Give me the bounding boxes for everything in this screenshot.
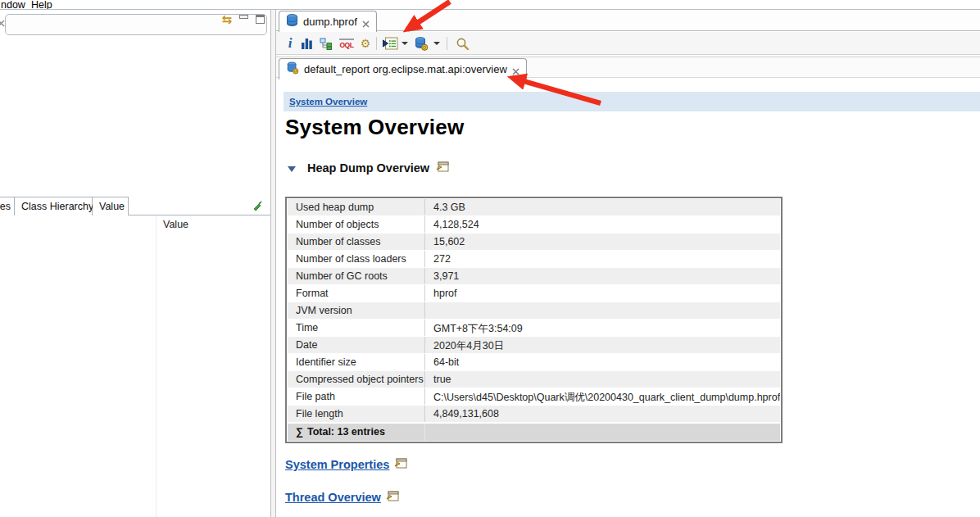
tab-value[interactable]: Value (93, 197, 129, 215)
page-title: System Overview (285, 115, 464, 140)
minimize-icon[interactable] (239, 15, 248, 19)
editor-tabbar: dump.hprof (276, 10, 980, 31)
sigma-icon: ∑ (296, 426, 303, 438)
table-row: Number of GC roots3,971 (288, 268, 780, 285)
histogram-icon[interactable] (298, 32, 315, 55)
link-with-editor-icon[interactable]: ⇆ (221, 13, 232, 25)
table-row: File length4,849,131,608 (288, 406, 780, 423)
table-row: Used heap dump4.3 GB (288, 199, 780, 216)
table-row: File pathC:\Users\d45\Desktop\Quark调优\20… (288, 388, 780, 406)
table-row: Number of class loaders272 (288, 251, 780, 268)
report-icon (286, 61, 299, 77)
value-column-header[interactable]: Value (163, 219, 188, 230)
section-title: Heap Dump Overview (307, 161, 429, 175)
editor-tab-label: dump.hprof (303, 16, 357, 28)
toolbar-separator (376, 37, 377, 50)
tab-default-report[interactable]: default_report org.eclipse.mat.api:overv… (279, 58, 527, 79)
toolbar-separator (447, 37, 447, 50)
panel-sash[interactable] (270, 10, 276, 517)
open-in-new-window-icon[interactable] (394, 457, 407, 472)
editor-area: dump.hprof i (276, 10, 980, 517)
oql-console-icon[interactable]: OQL (337, 32, 356, 55)
dominator-tree-icon[interactable] (317, 32, 335, 55)
collapse-triangle-icon[interactable] (288, 166, 296, 172)
tab-class-hierarchy[interactable]: Class Hierarchy (15, 197, 93, 215)
table-row: JVM version (288, 302, 780, 320)
left-panel-tabbar: es Class Hierarchy Value (0, 197, 271, 215)
query-browser-icon[interactable] (412, 32, 430, 55)
tab-attributes-partial[interactable]: es (0, 197, 15, 215)
report-tabbar: default_report org.eclipse.mat.api:overv… (276, 57, 980, 78)
heap-dump-details-icon[interactable]: i (283, 32, 297, 55)
gear-icon[interactable]: ⚙ (357, 32, 374, 55)
thread-overview-link[interactable]: Thread Overview (285, 491, 381, 504)
column-divider (156, 215, 157, 517)
run-expert-report-icon[interactable] (381, 32, 399, 55)
table-row: Number of classes15,602 (288, 234, 780, 251)
tab-label: Class Hierarchy (21, 201, 93, 212)
report-tab-label: default_report org.eclipse.mat.api:overv… (304, 63, 507, 75)
report-content: System Overview System Overview Heap Dum… (276, 79, 980, 517)
breadcrumb: System Overview (284, 92, 980, 111)
oql-label: OQL (339, 39, 353, 49)
table-row: TimeGMT+8下午3:54:09 (288, 320, 780, 337)
table-row: Compressed object pointerstrue (288, 371, 780, 388)
open-in-new-window-icon[interactable] (386, 490, 399, 505)
tab-label: Value (99, 201, 125, 212)
maximize-icon[interactable] (256, 15, 265, 24)
table-row: Formathprof (288, 285, 780, 302)
table-footer-row: ∑Total: 13 entries (288, 423, 780, 441)
system-properties-link[interactable]: System Properties (285, 458, 389, 471)
close-icon[interactable] (512, 66, 519, 73)
heap-dump-overview-table: Used heap dump4.3 GB Number of objects4,… (285, 197, 783, 443)
table-row: Identifier size64-bit (288, 354, 780, 371)
editor-toolbar: i OQL ⚙ (276, 32, 980, 55)
breadcrumb-link-system-overview[interactable]: System Overview (289, 97, 367, 107)
table-row: Number of objects4,128,524 (288, 216, 780, 234)
table-row: Date2020年4月30日 (288, 337, 780, 354)
pin-icon[interactable] (252, 200, 263, 215)
table-footer-label: Total: 13 entries (307, 426, 385, 438)
search-icon[interactable] (453, 32, 471, 55)
close-icon[interactable] (362, 18, 370, 25)
link-row-system-properties: System Properties (285, 457, 407, 472)
section-heap-dump-overview: Heap Dump Overview (288, 161, 449, 175)
heap-dump-icon (286, 14, 298, 29)
query-browser-dropdown-icon[interactable] (432, 32, 442, 55)
run-report-dropdown-icon[interactable] (400, 32, 410, 55)
link-row-thread-overview: Thread Overview (285, 490, 399, 505)
tab-dump-hprof[interactable]: dump.hprof (279, 11, 377, 32)
open-in-new-window-icon[interactable] (436, 161, 449, 175)
app-window: ndow Help ⇆ es Class Hierarchy Value (0, 0, 980, 517)
tab-label: es (0, 201, 11, 212)
left-view-panel: ⇆ es Class Hierarchy Value Value (0, 10, 271, 517)
